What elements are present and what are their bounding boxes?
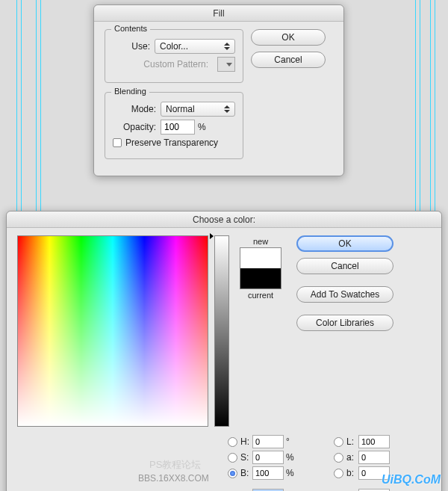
color-picker-dialog: Choose a color: new current OK Cancel Ad… bbox=[6, 211, 442, 491]
color-libraries-button[interactable]: Color Libraries bbox=[296, 315, 393, 331]
color-preview: new current bbox=[238, 235, 283, 427]
new-label: new bbox=[253, 237, 268, 246]
blending-legend: Blending bbox=[111, 87, 149, 96]
fill-title: Fill bbox=[94, 5, 343, 22]
use-label: Use: bbox=[113, 41, 150, 52]
mode-select[interactable]: Normal bbox=[161, 102, 235, 117]
use-select[interactable]: Color... bbox=[155, 39, 235, 54]
mode-label: Mode: bbox=[113, 104, 156, 114]
pattern-label: Custom Pattern: bbox=[143, 59, 208, 70]
opacity-label: Opacity: bbox=[113, 122, 156, 132]
opacity-input[interactable] bbox=[161, 120, 195, 135]
h-radio[interactable] bbox=[228, 437, 237, 447]
fill-dialog: Fill Contents Use: Color... Custom Patte… bbox=[93, 4, 344, 176]
picker-cancel-button[interactable]: Cancel bbox=[296, 258, 393, 274]
watermark-logo: UiBQ.CoM bbox=[382, 473, 441, 487]
h-input[interactable] bbox=[252, 435, 284, 448]
b-input[interactable] bbox=[252, 466, 284, 480]
pattern-swatch[interactable] bbox=[217, 57, 235, 72]
picker-ok-button[interactable]: OK bbox=[296, 235, 393, 252]
a-radio[interactable] bbox=[334, 453, 343, 463]
current-label: current bbox=[248, 291, 273, 300]
brightness-slider[interactable] bbox=[214, 235, 229, 427]
lb-radio[interactable] bbox=[334, 469, 343, 478]
blending-fieldset: Blending Mode: Normal Opacity: % Preserv… bbox=[105, 92, 243, 159]
chevron-updown-icon bbox=[221, 40, 233, 52]
b-radio[interactable] bbox=[228, 469, 237, 478]
a-input[interactable] bbox=[358, 451, 390, 464]
contents-fieldset: Contents Use: Color... Custom Pattern: bbox=[105, 29, 243, 83]
new-color-swatch bbox=[240, 248, 281, 268]
opacity-unit: % bbox=[198, 122, 206, 132]
l-input[interactable] bbox=[358, 435, 390, 448]
s-radio[interactable] bbox=[228, 453, 237, 463]
slider-arrow-icon bbox=[210, 233, 214, 239]
preserve-label: Preserve Transparency bbox=[125, 138, 218, 148]
current-color-swatch bbox=[240, 268, 281, 288]
watermark-text: BBS.16XX8.COM bbox=[138, 473, 209, 484]
preserve-checkbox[interactable] bbox=[113, 138, 122, 147]
cancel-button[interactable]: Cancel bbox=[251, 52, 326, 68]
chevron-updown-icon bbox=[221, 103, 233, 115]
s-input[interactable] bbox=[252, 451, 284, 464]
add-swatches-button[interactable]: Add To Swatches bbox=[296, 286, 393, 303]
contents-legend: Contents bbox=[111, 24, 150, 33]
ok-button[interactable]: OK bbox=[251, 29, 326, 46]
watermark-text: PS教程论坛 bbox=[149, 458, 201, 472]
color-field[interactable] bbox=[17, 235, 208, 427]
l-radio[interactable] bbox=[334, 437, 343, 447]
picker-title: Choose a color: bbox=[7, 211, 441, 228]
